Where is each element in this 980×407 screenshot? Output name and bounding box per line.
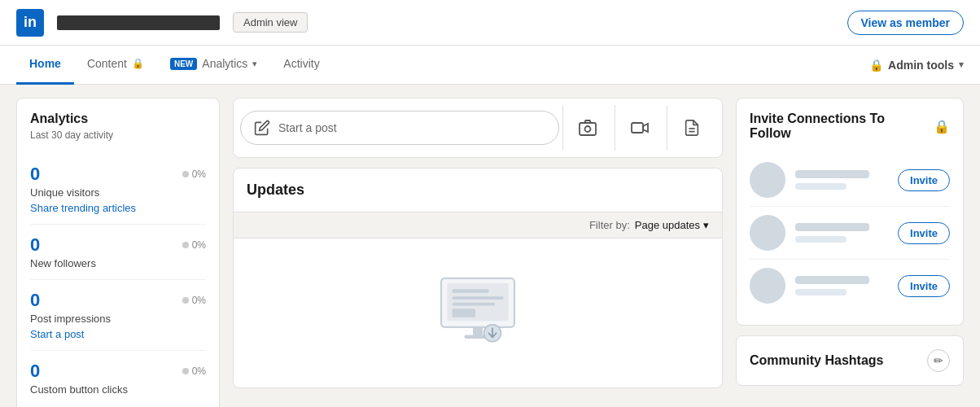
custom-button-clicks-percent: 0% <box>182 365 206 377</box>
view-as-member-button[interactable]: View as member <box>847 11 964 35</box>
invite-button-3[interactable]: Invite <box>898 275 950 297</box>
metric-new-followers: 0 0% New followers <box>30 225 206 280</box>
invite-subtitle-placeholder <box>795 236 847 243</box>
invite-name-placeholder <box>795 276 869 284</box>
avatar <box>750 268 785 304</box>
invite-title: Invite Connections To Follow 🔒 <box>750 112 950 141</box>
svg-rect-2 <box>632 123 643 133</box>
filter-bar: Filter by: Page updates ▾ <box>234 212 722 239</box>
invite-row: Invite <box>750 260 950 312</box>
invite-info <box>795 170 888 190</box>
admin-badge: Admin view <box>233 12 308 33</box>
invite-lock-icon: 🔒 <box>934 119 950 134</box>
post-impressions-percent: 0% <box>182 295 206 306</box>
new-followers-value: 0 <box>30 234 40 256</box>
nav-item-home[interactable]: Home <box>16 46 74 85</box>
svg-rect-0 <box>580 123 596 135</box>
updates-header: Updates <box>234 168 722 212</box>
updates-section: Updates Filter by: Page updates ▾ <box>233 168 723 388</box>
nav-left: Home Content 🔒 NEW Analytics ▾ Activity <box>16 46 333 85</box>
nav-item-content[interactable]: Content 🔒 <box>74 46 157 85</box>
empty-monitor-icon <box>429 271 527 352</box>
page-name-bar <box>57 15 220 30</box>
invite-subtitle-placeholder <box>795 289 847 295</box>
chevron-down-icon: ▾ <box>252 59 257 69</box>
svg-rect-7 <box>453 289 489 293</box>
unique-visitors-value: 0 <box>30 164 40 185</box>
invite-card: Invite Connections To Follow 🔒 Invite In… <box>736 98 964 326</box>
admin-tools-button[interactable]: 🔒 Admin tools ▾ <box>869 59 964 72</box>
post-impressions-label: Post impressions <box>30 313 206 325</box>
svg-point-1 <box>584 126 590 132</box>
svg-rect-9 <box>453 303 496 306</box>
center-panel: Start a post <box>233 98 723 407</box>
lock-admin-icon: 🔒 <box>869 59 883 72</box>
document-button[interactable] <box>667 105 715 151</box>
custom-button-clicks-label: Custom button clicks <box>30 383 206 396</box>
metric-unique-visitors: 0 0% Unique visitors Share trending arti… <box>30 154 206 225</box>
camera-icon <box>578 119 597 137</box>
main-content: Analytics Last 30 day activity 0 0% Uniq… <box>0 85 980 407</box>
filter-value[interactable]: Page updates ▾ <box>635 219 709 231</box>
document-icon <box>683 119 701 137</box>
avatar <box>750 215 785 251</box>
invite-info <box>795 223 888 243</box>
analytics-subtitle: Last 30 day activity <box>30 129 206 141</box>
metric-custom-button-clicks: 0 0% Custom button clicks <box>30 351 206 405</box>
invite-name-placeholder <box>795 223 869 231</box>
admin-chevron-icon: ▾ <box>959 59 964 70</box>
invite-name-placeholder <box>795 170 869 178</box>
top-bar-left: in Admin view <box>16 9 308 37</box>
metric-dot <box>182 242 189 248</box>
svg-rect-8 <box>453 296 504 300</box>
invite-row: Invite <box>750 154 950 207</box>
metric-dot <box>182 297 189 304</box>
metric-dot <box>182 368 189 374</box>
svg-rect-11 <box>473 327 483 336</box>
analytics-title: Analytics <box>30 112 206 126</box>
invite-button-1[interactable]: Invite <box>898 169 950 191</box>
linkedin-logo: in <box>16 9 44 37</box>
metric-dot <box>182 171 189 177</box>
video-icon <box>630 119 650 137</box>
filter-by-label: Filter by: <box>589 219 630 231</box>
start-post-button[interactable]: Start a post <box>240 111 559 145</box>
start-a-post-link[interactable]: Start a post <box>30 328 206 340</box>
lock-icon: 🔒 <box>132 58 144 69</box>
empty-state <box>234 239 722 387</box>
new-badge: NEW <box>170 58 197 70</box>
svg-rect-10 <box>453 309 476 317</box>
post-composer: Start a post <box>233 98 723 158</box>
unique-visitors-label: Unique visitors <box>30 186 206 199</box>
edit-hashtags-button[interactable]: ✏ <box>927 349 950 372</box>
filter-chevron-icon: ▾ <box>703 219 709 231</box>
invite-subtitle-placeholder <box>795 183 847 190</box>
empty-illustration <box>429 271 527 355</box>
invite-button-2[interactable]: Invite <box>898 222 950 244</box>
nav-right: 🔒 Admin tools ▾ <box>869 59 964 72</box>
nav-item-analytics[interactable]: NEW Analytics ▾ <box>157 46 270 85</box>
share-trending-link[interactable]: Share trending articles <box>30 202 206 214</box>
nav-item-activity[interactable]: Activity <box>270 46 332 85</box>
avatar <box>750 162 785 198</box>
post-impressions-value: 0 <box>30 290 40 311</box>
right-panel: Invite Connections To Follow 🔒 Invite In… <box>736 98 964 407</box>
invite-row: Invite <box>750 207 950 260</box>
custom-button-clicks-value: 0 <box>30 361 40 382</box>
unique-visitors-percent: 0% <box>182 168 206 180</box>
top-bar: in Admin view View as member <box>0 0 980 46</box>
invite-info <box>795 276 888 295</box>
photo-button[interactable] <box>562 105 611 151</box>
pencil-icon: ✏ <box>934 354 943 367</box>
video-button[interactable] <box>615 105 663 151</box>
new-followers-percent: 0% <box>182 239 206 251</box>
community-title: Community Hashtags ✏ <box>750 349 950 372</box>
new-followers-label: New followers <box>30 257 206 269</box>
edit-post-icon <box>254 120 270 136</box>
analytics-panel: Analytics Last 30 day activity 0 0% Uniq… <box>16 98 220 407</box>
metric-post-impressions: 0 0% Post impressions Start a post <box>30 280 206 351</box>
community-card: Community Hashtags ✏ <box>736 335 964 386</box>
nav-bar: Home Content 🔒 NEW Analytics ▾ Activity … <box>0 46 980 85</box>
